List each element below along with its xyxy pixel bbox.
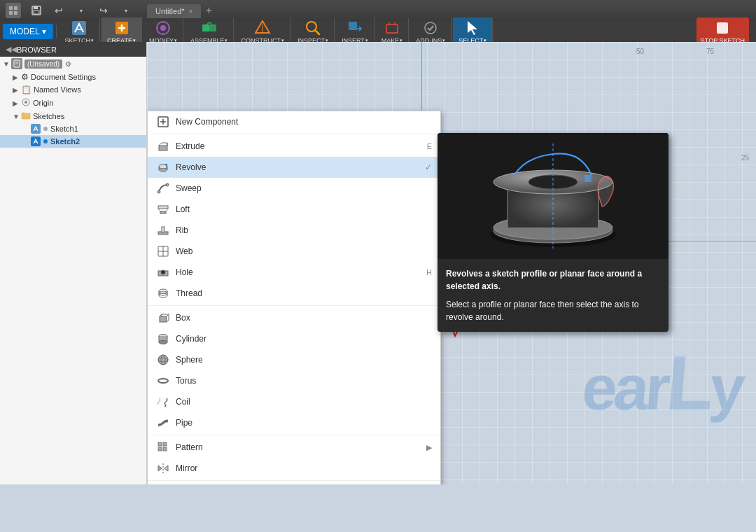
- menu-pattern[interactable]: Pattern ▶: [148, 437, 440, 458]
- hole-shortcut: H: [426, 268, 432, 276]
- expand-arrow: ▼: [3, 60, 10, 68]
- menu-pipe[interactable]: Pipe: [148, 412, 440, 433]
- addins-button[interactable]: ADD-INS ▾: [413, 18, 448, 46]
- svg-point-68: [158, 355, 168, 365]
- menu-mirror[interactable]: Mirror: [148, 458, 440, 479]
- unsaved-label: (Unsaved): [24, 59, 62, 69]
- menu-coil[interactable]: Coil: [148, 391, 440, 412]
- menu-box[interactable]: Box: [148, 307, 440, 328]
- hole-icon: [156, 265, 170, 279]
- svg-point-94: [528, 175, 578, 189]
- menu-loft[interactable]: Loft: [148, 199, 440, 220]
- origin-label: Origin: [33, 99, 53, 107]
- sketch-button[interactable]: SKETCH ▾: [62, 18, 97, 46]
- menu-new-component[interactable]: New Component: [148, 111, 440, 132]
- create-dropdown-menu: New Component Extrude E Revolve ✓: [147, 111, 441, 484]
- tree-sketch1[interactable]: Sketch1: [0, 122, 146, 135]
- select-button[interactable]: SELECT ▾: [456, 18, 489, 46]
- sidebar-header: ◀◀ BROWSER: [0, 42, 146, 57]
- new-tab-button[interactable]: +: [201, 3, 216, 18]
- undo-dropdown[interactable]: ▾: [71, 3, 91, 18]
- tooltip-body: Select a profile or planar face then sel…: [446, 298, 660, 323]
- menu-thicken[interactable]: Thicken: [148, 482, 440, 484]
- tree-sketches[interactable]: ▼ Sketches: [0, 110, 146, 122]
- thread-icon: [156, 286, 170, 300]
- origin-icon: [21, 97, 31, 108]
- undo-button[interactable]: ↩: [49, 3, 69, 18]
- tree-named-views[interactable]: ▶ 📋 Named Views: [0, 83, 146, 96]
- tab-untitled[interactable]: Untitled* ×: [147, 4, 201, 18]
- menu-sphere[interactable]: Sphere: [148, 349, 440, 370]
- views-icon: 📋: [21, 85, 31, 94]
- stop-sketch-button[interactable]: STOP SKETCH: [696, 18, 749, 46]
- settings-gear-icon[interactable]: ⚙: [65, 60, 71, 68]
- svg-rect-38: [159, 146, 167, 150]
- tree-doc-settings[interactable]: ▶ ⚙ Document Settings: [0, 71, 146, 83]
- menu-cylinder[interactable]: Cylinder: [148, 328, 440, 349]
- tree-sketch2[interactable]: Sketch2: [0, 135, 146, 148]
- make-button[interactable]: MAKE ▾: [379, 18, 406, 46]
- insert-button[interactable]: INSERT ▾: [339, 18, 371, 46]
- tree-origin[interactable]: ▶ Origin: [0, 96, 146, 110]
- svg-rect-18: [349, 22, 357, 30]
- extrude-shortcut: E: [427, 142, 432, 150]
- assemble-button[interactable]: ASSEMBLE ▾: [188, 18, 231, 46]
- tooltip-image: [438, 133, 668, 259]
- menu-web[interactable]: Web: [148, 241, 440, 262]
- insert-toolbar-group: INSERT ▾: [336, 18, 374, 46]
- create-button[interactable]: CREATE ▾: [104, 18, 139, 46]
- viewport[interactable]: earLy 50 75 25 New Component: [147, 42, 756, 484]
- svg-rect-44: [160, 211, 166, 214]
- svg-point-11: [160, 25, 166, 31]
- menu-rib[interactable]: Rib: [148, 220, 440, 241]
- svg-rect-3: [14, 11, 18, 15]
- modify-toolbar-group: MODIFY ▾: [144, 18, 183, 46]
- cylinder-label: Cylinder: [176, 334, 432, 344]
- menu-model[interactable]: MODEL ▾: [3, 24, 53, 39]
- sketch2-dot: [43, 137, 48, 146]
- menu-sweep[interactable]: Sweep: [148, 178, 440, 199]
- menu-thread[interactable]: Thread: [148, 283, 440, 304]
- main-area: ◀◀ BROWSER ▼ (Unsaved) ⚙ ▶ ⚙ Document Se…: [0, 42, 756, 484]
- tab-close-button[interactable]: ×: [189, 8, 193, 15]
- redo-button[interactable]: ↪: [94, 3, 113, 18]
- quick-access-toolbar: ↩ ▾ ↪ ▾: [27, 3, 136, 18]
- folder-icon: [21, 111, 31, 121]
- pipe-label: Pipe: [176, 418, 432, 428]
- modify-button[interactable]: MODIFY ▾: [146, 18, 180, 46]
- collapse-icon[interactable]: ◀◀: [6, 45, 17, 54]
- svg-rect-6: [34, 10, 39, 14]
- menu-extrude[interactable]: Extrude E: [148, 136, 440, 157]
- menu-torus[interactable]: Torus: [148, 370, 440, 391]
- svg-marker-21: [468, 21, 477, 35]
- svg-point-20: [425, 22, 436, 34]
- make-toolbar-group: MAKE ▾: [376, 18, 410, 46]
- expand-arrow: ▶: [13, 74, 20, 81]
- redo-dropdown[interactable]: ▾: [116, 3, 136, 18]
- rib-label: Rib: [176, 225, 432, 235]
- hole-label: Hole: [176, 267, 421, 277]
- mirror-icon: [156, 461, 170, 475]
- cylinder-icon: [156, 332, 170, 346]
- svg-rect-74: [163, 442, 167, 446]
- named-views-label: Named Views: [34, 85, 81, 94]
- loft-label: Loft: [176, 204, 432, 214]
- torus-label: Torus: [176, 376, 432, 386]
- menu-hole[interactable]: Hole H: [148, 262, 440, 283]
- sketch-toolbar-group: SKETCH ▾: [59, 18, 101, 46]
- coil-label: Coil: [176, 397, 432, 407]
- svg-rect-49: [162, 227, 164, 232]
- svg-line-46: [158, 209, 160, 211]
- svg-rect-13: [209, 24, 216, 31]
- svg-point-27: [24, 101, 27, 104]
- save-button[interactable]: [27, 3, 46, 18]
- svg-point-43: [166, 183, 169, 186]
- construct-button[interactable]: CONSTRUCT ▾: [238, 18, 287, 46]
- sweep-icon: [156, 181, 170, 195]
- menu-revolve[interactable]: Revolve ✓: [148, 157, 440, 178]
- inspect-button[interactable]: INSPECT ▾: [295, 18, 331, 46]
- box-icon: [156, 311, 170, 325]
- svg-rect-2: [9, 11, 13, 15]
- separator: [148, 134, 440, 134]
- tree-unsaved[interactable]: ▼ (Unsaved) ⚙: [0, 57, 146, 71]
